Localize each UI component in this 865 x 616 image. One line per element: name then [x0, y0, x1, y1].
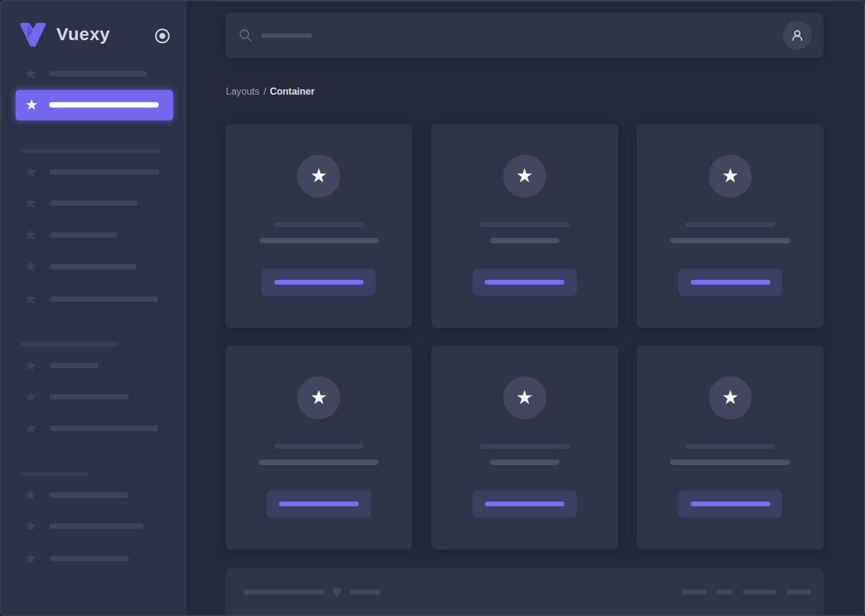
menu-item[interactable]: ★ — [1, 422, 187, 435]
menu-item[interactable]: ★ — [1, 488, 187, 502]
button-label-bar — [485, 280, 564, 285]
cards-grid: ★★★★★★ — [225, 124, 824, 549]
star-icon: ★ — [24, 67, 37, 81]
placeholder-card: ★ — [637, 124, 824, 328]
star-icon: ★ — [516, 388, 533, 408]
top-navbar — [225, 13, 824, 58]
footer-right-group — [682, 590, 811, 594]
star-icon: ★ — [24, 292, 37, 306]
card-subtitle-bar — [259, 238, 379, 243]
button-label-bar — [485, 502, 564, 506]
menu-item-active[interactable]: ★ — [16, 90, 173, 120]
menu-item-label-bar — [49, 363, 98, 369]
menu-item[interactable]: ★ — [1, 197, 187, 210]
card-avatar: ★ — [503, 155, 546, 198]
menu-item-label-bar — [49, 556, 129, 561]
star-icon: ★ — [24, 259, 37, 274]
footer-placeholder-bar — [350, 590, 380, 594]
card-subtitle-bar — [490, 238, 559, 243]
user-avatar-button[interactable] — [783, 21, 812, 50]
card-avatar: ★ — [297, 155, 340, 198]
menu-item[interactable]: ★ — [1, 165, 187, 179]
sidebar-menu: ★★★★★★★★★★★★★ — [1, 1, 187, 615]
menu-item-label-bar — [49, 297, 159, 302]
footer-left-group: ♥ — [243, 583, 380, 601]
menu-item-label-bar — [49, 264, 137, 270]
footer-placeholder-bar — [787, 590, 811, 594]
card-action-button[interactable] — [678, 490, 782, 518]
menu-section-header-bar — [21, 472, 88, 476]
star-icon: ★ — [722, 166, 739, 186]
footer-placeholder-bar — [743, 590, 777, 594]
placeholder-card: ★ — [225, 124, 412, 328]
menu-item-label-bar — [49, 426, 159, 431]
star-icon: ★ — [24, 519, 37, 533]
card-title-bar — [274, 222, 364, 227]
placeholder-card: ★ — [431, 346, 618, 549]
menu-item[interactable]: ★ — [1, 552, 187, 565]
search-icon — [238, 28, 253, 43]
star-icon: ★ — [24, 389, 37, 404]
menu-section-header-bar — [21, 149, 160, 153]
main-content: Layouts/Container ★★★★★★ ♥ — [187, 1, 864, 615]
card-action-button[interactable] — [473, 268, 577, 296]
star-icon: ★ — [25, 98, 38, 112]
star-icon: ★ — [24, 551, 37, 566]
card-action-button[interactable] — [267, 490, 371, 518]
menu-item[interactable]: ★ — [1, 260, 187, 273]
star-icon: ★ — [24, 228, 37, 242]
card-action-button[interactable] — [679, 268, 782, 296]
card-title-bar — [274, 444, 364, 449]
menu-item-label-bar — [49, 102, 159, 108]
menu-item-label-bar — [49, 232, 117, 238]
star-icon: ★ — [24, 421, 37, 436]
menu-item[interactable]: ★ — [1, 292, 187, 306]
search-input[interactable] — [225, 13, 585, 58]
app-window: Vuexy ★★★★★★★★★★★★★ — [0, 0, 865, 616]
breadcrumb-section[interactable]: Layouts — [226, 86, 259, 96]
footer-row: ♥ — [243, 583, 811, 601]
button-label-bar — [691, 502, 770, 506]
menu-item-label-bar — [49, 493, 129, 498]
breadcrumb-current: Container — [270, 86, 315, 96]
card-action-button[interactable] — [473, 490, 577, 518]
card-subtitle-bar — [259, 460, 379, 465]
footer-placeholder-bar — [243, 590, 324, 594]
placeholder-card: ★ — [431, 124, 618, 328]
card-avatar: ★ — [503, 376, 546, 419]
card-title-bar — [480, 222, 570, 227]
card-subtitle-bar — [670, 460, 790, 465]
heart-icon: ♥ — [332, 583, 343, 601]
sidebar: Vuexy ★★★★★★★★★★★★★ — [1, 1, 187, 615]
breadcrumb-separator: / — [259, 86, 270, 96]
star-icon: ★ — [24, 196, 37, 210]
button-label-bar — [274, 280, 364, 285]
menu-item[interactable]: ★ — [1, 390, 187, 403]
card-subtitle-bar — [670, 238, 791, 243]
card-avatar: ★ — [297, 376, 340, 419]
placeholder-card: ★ — [225, 346, 412, 549]
menu-item-label-bar — [49, 524, 144, 529]
menu-item[interactable]: ★ — [1, 228, 187, 241]
button-label-bar — [279, 502, 359, 506]
card-title-bar — [480, 444, 570, 449]
star-icon: ★ — [516, 166, 533, 186]
menu-item-label-bar — [49, 71, 147, 77]
star-icon: ★ — [722, 388, 739, 408]
star-icon: ★ — [24, 488, 37, 502]
menu-item[interactable]: ★ — [1, 520, 187, 533]
star-icon: ★ — [310, 166, 328, 186]
star-icon: ★ — [310, 388, 328, 408]
card-avatar: ★ — [709, 376, 752, 419]
breadcrumb: Layouts/Container — [226, 86, 314, 97]
star-icon: ★ — [24, 358, 37, 373]
menu-item-label-bar — [49, 170, 159, 175]
menu-item-label-bar — [49, 394, 129, 400]
card-action-button[interactable] — [262, 268, 376, 296]
menu-item[interactable]: ★ — [1, 359, 187, 372]
card-subtitle-bar — [490, 460, 559, 465]
menu-item-label-bar — [49, 201, 138, 206]
placeholder-card: ★ — [637, 346, 824, 549]
card-title-bar — [685, 444, 775, 449]
menu-item[interactable]: ★ — [1, 67, 187, 80]
